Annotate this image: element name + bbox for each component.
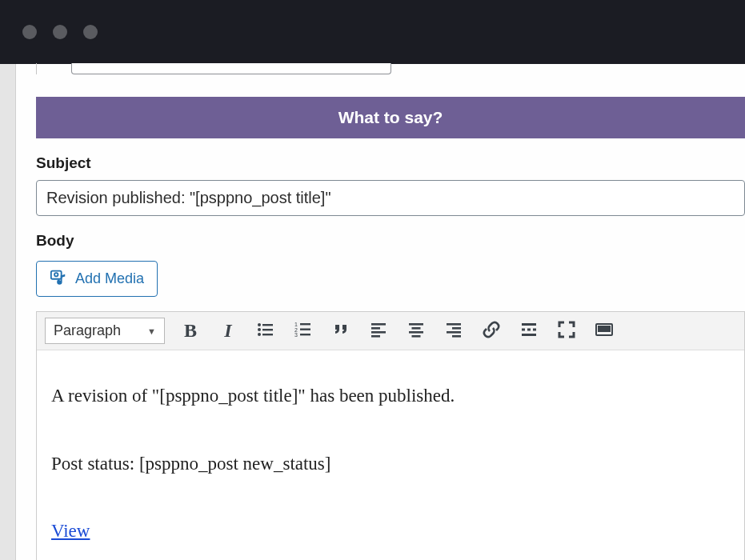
- svg-rect-38: [602, 330, 610, 331]
- camera-music-icon: [50, 268, 67, 290]
- svg-rect-34: [602, 326, 603, 328]
- align-right-icon: [444, 320, 463, 342]
- read-more-icon: [519, 320, 539, 342]
- svg-text:3: 3: [294, 332, 298, 338]
- svg-rect-35: [605, 326, 607, 328]
- svg-rect-14: [300, 334, 310, 335]
- svg-rect-17: [371, 331, 386, 334]
- svg-rect-37: [599, 330, 600, 331]
- editor-view-link[interactable]: View: [51, 521, 90, 541]
- svg-point-7: [258, 333, 261, 336]
- sidebar-sliver: [0, 64, 16, 560]
- toolbar-toggle-button[interactable]: [592, 319, 616, 343]
- editor-toolbar: Paragraph ▼ B I 123: [37, 312, 744, 350]
- truncated-field-wrap: [36, 63, 745, 74]
- add-media-button[interactable]: Add Media: [36, 261, 158, 297]
- editor-line-1: A revision of "[psppno_post title]" has …: [51, 382, 730, 410]
- link-button[interactable]: [479, 319, 503, 343]
- align-left-icon: [369, 320, 388, 342]
- window-dot-minimize[interactable]: [53, 25, 67, 39]
- format-selected-label: Paragraph: [54, 322, 121, 339]
- svg-rect-23: [447, 323, 461, 326]
- link-icon: [482, 320, 501, 342]
- svg-point-3: [258, 323, 261, 326]
- window-dot-close[interactable]: [22, 25, 37, 39]
- workspace: What to say? Subject Body Add Media Para…: [0, 64, 745, 560]
- fullscreen-icon: [557, 320, 576, 342]
- truncated-field: [71, 63, 391, 74]
- svg-rect-8: [262, 334, 273, 335]
- quote-icon: [331, 320, 350, 342]
- editor-line-2: Post status: [psppno_post new_status]: [51, 450, 730, 478]
- svg-point-2: [58, 280, 61, 283]
- svg-point-5: [258, 328, 261, 331]
- svg-rect-28: [522, 329, 525, 331]
- svg-rect-18: [371, 335, 380, 338]
- svg-rect-26: [452, 335, 461, 338]
- svg-rect-15: [371, 323, 386, 326]
- align-center-icon: [407, 320, 426, 342]
- svg-rect-25: [447, 331, 461, 334]
- svg-rect-27: [522, 323, 536, 326]
- svg-rect-29: [527, 329, 531, 331]
- section-banner: What to say?: [36, 97, 745, 138]
- svg-point-1: [54, 273, 58, 276]
- keyboard-icon: [595, 320, 614, 342]
- svg-rect-10: [300, 323, 310, 325]
- italic-button[interactable]: I: [216, 319, 240, 343]
- subject-input[interactable]: [36, 180, 745, 216]
- numbered-list-button[interactable]: 123: [291, 319, 315, 343]
- svg-rect-4: [262, 324, 273, 326]
- chevron-down-icon: ▼: [147, 326, 156, 336]
- bold-button[interactable]: B: [178, 319, 202, 343]
- svg-rect-31: [522, 334, 536, 336]
- svg-rect-33: [599, 326, 600, 328]
- subject-label: Subject: [36, 154, 745, 172]
- align-center-button[interactable]: [404, 319, 428, 343]
- svg-rect-30: [533, 329, 536, 331]
- svg-rect-12: [300, 329, 310, 330]
- insert-more-button[interactable]: [517, 319, 541, 343]
- format-dropdown[interactable]: Paragraph ▼: [45, 318, 165, 344]
- svg-rect-16: [371, 327, 380, 330]
- add-media-label: Add Media: [75, 270, 144, 287]
- italic-icon: I: [224, 320, 231, 342]
- svg-rect-22: [412, 335, 421, 338]
- svg-rect-21: [409, 331, 423, 334]
- svg-rect-19: [409, 323, 423, 326]
- bold-icon: B: [184, 320, 197, 342]
- svg-rect-36: [608, 326, 610, 328]
- editor-content-area[interactable]: A revision of "[psppno_post title]" has …: [37, 350, 744, 560]
- svg-rect-20: [412, 327, 421, 330]
- editor-wrapper: Paragraph ▼ B I 123: [36, 311, 745, 560]
- bulleted-list-button[interactable]: [254, 319, 278, 343]
- list-ul-icon: [256, 320, 275, 342]
- main-panel: What to say? Subject Body Add Media Para…: [16, 64, 745, 560]
- body-label: Body: [36, 232, 745, 250]
- list-ol-icon: 123: [294, 320, 313, 342]
- align-left-button[interactable]: [366, 319, 391, 343]
- window-dot-maximize[interactable]: [83, 25, 98, 39]
- svg-rect-6: [262, 329, 273, 330]
- blockquote-button[interactable]: [329, 319, 353, 343]
- align-right-button[interactable]: [442, 319, 466, 343]
- svg-rect-24: [452, 327, 461, 330]
- fullscreen-button[interactable]: [555, 319, 579, 343]
- window-titlebar: [0, 0, 745, 64]
